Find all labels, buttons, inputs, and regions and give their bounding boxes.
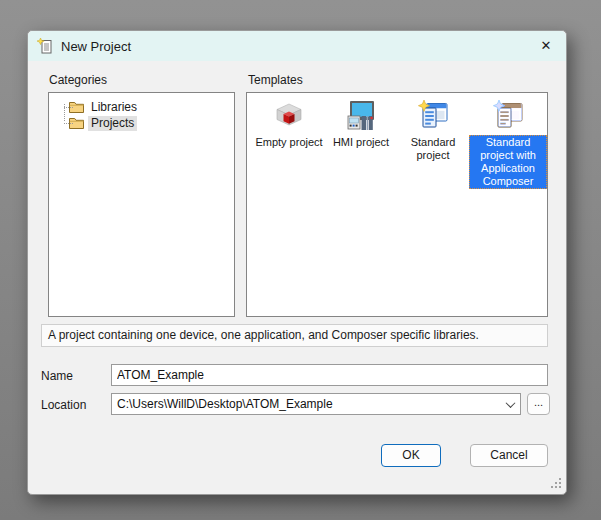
templates-list[interactable]: Empty project bbox=[246, 92, 548, 317]
location-label: Location bbox=[41, 398, 86, 412]
template-item-hmi-project[interactable]: HMI project bbox=[325, 98, 397, 189]
chevron-down-icon[interactable] bbox=[500, 394, 520, 414]
titlebar[interactable]: New Project ✕ bbox=[28, 31, 566, 61]
resize-grip-icon[interactable] bbox=[550, 478, 561, 489]
location-input[interactable] bbox=[112, 394, 500, 414]
template-item-label: HMI project bbox=[331, 135, 391, 150]
cancel-button[interactable]: Cancel bbox=[470, 444, 548, 467]
new-project-icon bbox=[37, 38, 53, 54]
template-item-standard-project[interactable]: Standard project bbox=[397, 98, 469, 189]
ok-button[interactable]: OK bbox=[381, 444, 441, 467]
location-combobox[interactable] bbox=[111, 393, 521, 415]
window-document-sparkle-icon bbox=[416, 98, 450, 132]
template-description: A project containing one device, one app… bbox=[41, 324, 548, 347]
template-item-standard-project-with-application-composer[interactable]: Standard project with Application Compos… bbox=[469, 98, 547, 189]
new-project-dialog: New Project ✕ Categories Templates Libra… bbox=[27, 30, 567, 495]
category-item-libraries[interactable]: Libraries bbox=[57, 99, 234, 115]
close-icon[interactable]: ✕ bbox=[535, 35, 557, 57]
category-item-label: Projects bbox=[88, 116, 137, 131]
category-item-label: Libraries bbox=[88, 100, 140, 115]
categories-label: Categories bbox=[49, 73, 107, 87]
template-item-label: Standard project with Application Compos… bbox=[469, 135, 547, 189]
template-item-empty-project[interactable]: Empty project bbox=[253, 98, 325, 189]
browse-button[interactable]: ... bbox=[527, 393, 550, 415]
templates-label: Templates bbox=[248, 73, 303, 87]
hmi-panel-icon bbox=[344, 98, 378, 132]
category-item-projects[interactable]: Projects bbox=[57, 115, 234, 131]
red-cube-box-icon bbox=[272, 98, 306, 132]
categories-tree[interactable]: Libraries Projects bbox=[48, 92, 235, 317]
name-label: Name bbox=[41, 369, 73, 383]
window-document-sparkle-blue-icon bbox=[491, 98, 525, 132]
project-name-input[interactable] bbox=[111, 364, 548, 386]
window-title: New Project bbox=[61, 39, 131, 54]
template-item-label: Standard project bbox=[397, 135, 469, 163]
template-item-label: Empty project bbox=[253, 135, 324, 150]
